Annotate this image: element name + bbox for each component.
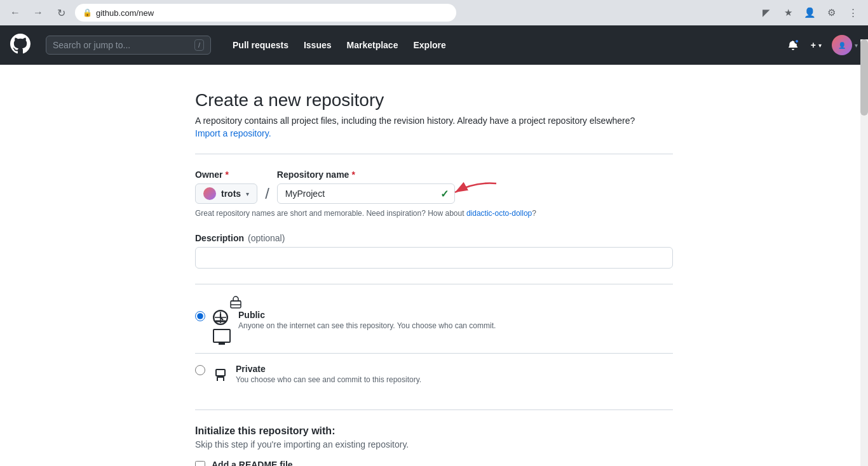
description-section: Description (optional) (195, 233, 673, 269)
owner-avatar-icon (203, 187, 216, 200)
forward-button[interactable]: → (29, 4, 47, 22)
lock-icon: 🔒 (83, 8, 92, 17)
puzzle-button[interactable]: ⚙ (822, 4, 840, 22)
browser-actions: ◤ ★ 👤 ⚙ ⋮ (757, 4, 862, 22)
private-details: Private You choose who can see and commi… (236, 364, 673, 384)
public-desc: Anyone on the internet can see this repo… (238, 321, 673, 330)
init-divider (195, 409, 673, 410)
extensions-button[interactable]: ◤ (757, 4, 775, 22)
private-option[interactable]: Private You choose who can see and commi… (195, 353, 673, 394)
nav-links: Pull requests Issues Marketplace Explore (226, 35, 452, 55)
path-separator: / (265, 186, 269, 204)
init-section: Initialize this repository with: Skip th… (195, 425, 673, 466)
user-avatar[interactable]: 👤 (832, 35, 852, 55)
owner-repo-section: Owner * trots ▾ / Repository name * (195, 170, 673, 218)
red-arrow-annotation (449, 178, 499, 204)
repo-name-label: Repository name * (277, 170, 455, 180)
main-content: Create a new repository A repository con… (180, 65, 688, 466)
suggestion-link[interactable]: didactic-octo-dollop (466, 209, 532, 218)
search-shortcut: / (194, 39, 204, 51)
init-subtitle: Skip this step if you're importing an ex… (195, 439, 673, 449)
owner-required-star: * (226, 170, 229, 180)
repo-name-wrapper: ✓ (277, 183, 455, 204)
import-link[interactable]: Import a repository. (195, 128, 271, 138)
readme-label: Add a README file (212, 460, 464, 466)
desc-label: Description (optional) (195, 233, 673, 243)
search-bar[interactable]: Search or jump to... / (46, 36, 211, 55)
bookmark-button[interactable]: ★ (779, 4, 797, 22)
private-title: Private (236, 364, 673, 374)
private-desc: You choose who can see and commit to thi… (236, 375, 673, 384)
nav-explore[interactable]: Explore (407, 35, 452, 55)
desc-optional: (optional) (248, 233, 285, 243)
public-radio[interactable] (195, 311, 205, 321)
address-text: github.com/new (96, 8, 154, 18)
readme-details: Add a README file This is where you can … (212, 460, 464, 466)
repo-required-star: * (351, 170, 355, 180)
address-bar[interactable]: 🔒 github.com/new (75, 4, 456, 22)
public-title: Public (238, 310, 673, 320)
public-icon (213, 310, 231, 343)
public-option[interactable]: Public Anyone on the internet can see th… (195, 300, 673, 353)
repo-name-valid-icon: ✓ (440, 188, 449, 200)
owner-group: Owner * trots ▾ (195, 170, 257, 204)
owner-repo-row: Owner * trots ▾ / Repository name * (195, 170, 673, 204)
github-navbar: Search or jump to... / Pull requests Iss… (0, 25, 868, 65)
owner-dropdown-arrow: ▾ (246, 190, 249, 197)
owner-label: Owner * (195, 170, 257, 180)
notification-dot (794, 39, 799, 44)
owner-select[interactable]: trots ▾ (195, 183, 257, 204)
owner-name: trots (221, 189, 241, 199)
scrollbar-track[interactable] (860, 39, 868, 466)
notifications-button[interactable] (785, 37, 801, 53)
description-input[interactable] (195, 247, 673, 269)
section-divider (195, 154, 673, 154)
nav-marketplace[interactable]: Marketplace (341, 35, 405, 55)
browser-toolbar: ← → ↻ 🔒 github.com/new ◤ ★ 👤 ⚙ ⋮ (0, 0, 868, 25)
repo-name-group: Repository name * ✓ (277, 170, 455, 204)
browser-chrome: ← → ↻ 🔒 github.com/new ◤ ★ 👤 ⚙ ⋮ (0, 0, 868, 25)
private-radio[interactable] (195, 365, 205, 375)
page-subtitle: A repository contains all project files,… (195, 116, 673, 126)
public-details: Public Anyone on the internet can see th… (238, 310, 673, 330)
repo-hint: Great repository names are short and mem… (195, 209, 673, 218)
search-placeholder: Search or jump to... (53, 40, 189, 50)
navbar-right: + ▾ 👤 ▾ (785, 35, 858, 55)
more-button[interactable]: ⋮ (844, 4, 862, 22)
repo-name-input-container: ✓ (277, 183, 455, 204)
repo-name-input[interactable] (277, 183, 455, 204)
init-title: Initialize this repository with: (195, 425, 673, 437)
scrollbar-thumb[interactable] (860, 39, 868, 116)
github-logo[interactable] (10, 34, 31, 57)
profile-icon-button[interactable]: 👤 (801, 4, 818, 22)
private-icon (213, 364, 228, 380)
page-title: Create a new repository (195, 90, 673, 110)
reload-button[interactable]: ↻ (52, 4, 70, 22)
visibility-section: Public Anyone on the internet can see th… (195, 300, 673, 394)
readme-checkbox[interactable] (195, 461, 205, 466)
new-button[interactable]: + ▾ (808, 37, 824, 53)
back-button[interactable]: ← (6, 4, 24, 22)
nav-issues[interactable]: Issues (297, 35, 338, 55)
readme-row: Add a README file This is where you can … (195, 460, 673, 466)
visibility-divider (195, 284, 673, 284)
nav-pull-requests[interactable]: Pull requests (226, 35, 295, 55)
